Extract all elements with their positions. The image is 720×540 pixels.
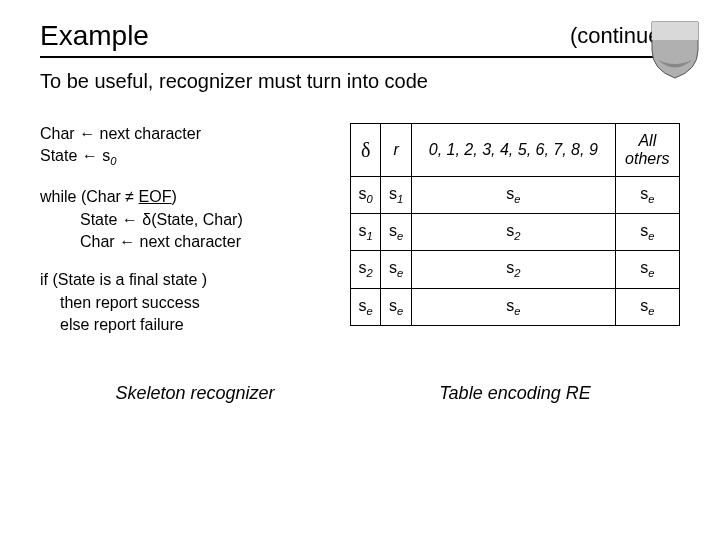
content: Char ← next character State ← s0 while (… bbox=[40, 123, 680, 353]
table-row: se se se se bbox=[351, 288, 680, 325]
header-r: r bbox=[381, 124, 411, 177]
header-delta: δ bbox=[351, 124, 381, 177]
transition-table: δ r 0, 1, 2, 3, 4, 5, 6, 7, 8, 9 Allothe… bbox=[350, 123, 680, 326]
header: Example (continued) bbox=[40, 20, 680, 58]
header-others: Allothers bbox=[615, 124, 679, 177]
crest-icon bbox=[650, 20, 700, 80]
line-then: then report success bbox=[40, 292, 320, 314]
table-row: s0 s1 se se bbox=[351, 177, 680, 214]
header-digits: 0, 1, 2, 3, 4, 5, 6, 7, 8, 9 bbox=[411, 124, 615, 177]
line-while: while (Char ≠ EOF) bbox=[40, 186, 320, 208]
transition-table-container: δ r 0, 1, 2, 3, 4, 5, 6, 7, 8, 9 Allothe… bbox=[350, 123, 680, 326]
line-else: else report failure bbox=[40, 314, 320, 336]
table-row: s1 se s2 se bbox=[351, 214, 680, 251]
if-block: if (State is a final state ) then report… bbox=[40, 269, 320, 336]
subtitle: To be useful, recognizer must turn into … bbox=[40, 70, 680, 93]
init-block: Char ← next character State ← s0 bbox=[40, 123, 320, 170]
page-title: Example bbox=[40, 20, 149, 52]
table-row: s2 se s2 se bbox=[351, 251, 680, 288]
caption-left: Skeleton recognizer bbox=[40, 383, 350, 404]
line-char-init: Char ← next character bbox=[40, 123, 320, 145]
pseudocode: Char ← next character State ← s0 while (… bbox=[40, 123, 320, 353]
captions: Skeleton recognizer Table encoding RE bbox=[40, 383, 680, 404]
line-state-init: State ← s0 bbox=[40, 145, 320, 170]
while-block: while (Char ≠ EOF) State ← δ(State, Char… bbox=[40, 186, 320, 253]
table-header-row: δ r 0, 1, 2, 3, 4, 5, 6, 7, 8, 9 Allothe… bbox=[351, 124, 680, 177]
table-body: s0 s1 se se s1 se s2 se s2 se s2 bbox=[351, 177, 680, 326]
slide: Example (continued) To be useful, recogn… bbox=[0, 0, 720, 540]
caption-right: Table encoding RE bbox=[350, 383, 680, 404]
line-state-update: State ← δ(State, Char) bbox=[40, 209, 320, 231]
line-if: if (State is a final state ) bbox=[40, 269, 320, 291]
line-char-update: Char ← next character bbox=[40, 231, 320, 253]
